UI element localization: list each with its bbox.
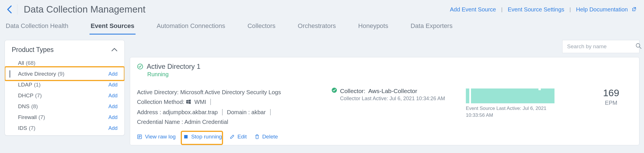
tab-data-collection-health[interactable]: Data Collection Health xyxy=(5,22,69,35)
source-last-active-line2: 10:33:56 AM xyxy=(466,112,560,119)
sidebar-item-count: (7) xyxy=(35,92,42,99)
epm-column: 169 EPM xyxy=(591,87,631,106)
back-button[interactable] xyxy=(7,5,12,14)
divider xyxy=(222,109,222,115)
sidebar-item-label: Active Directory xyxy=(18,71,56,77)
collapse-icon[interactable] xyxy=(111,47,118,53)
collection-method-label: Collection Method: xyxy=(137,99,184,105)
sidebar-item-label: DNS xyxy=(18,103,29,110)
epm-value: 169 xyxy=(591,87,631,98)
credential-value: Admin Credential xyxy=(184,119,228,125)
sidebar-item-count: (7) xyxy=(29,125,35,131)
pencil-icon xyxy=(230,134,234,139)
search-box[interactable] xyxy=(562,40,639,53)
main-panel: Active Directory 1 Running Active Direct… xyxy=(130,40,639,145)
action-label: Delete xyxy=(262,134,278,140)
tab-honeypots[interactable]: Honeypots xyxy=(357,22,389,35)
help-label: Help Documentation xyxy=(576,6,628,13)
stop-icon xyxy=(184,134,188,139)
status-ok-icon xyxy=(137,63,143,70)
divider: | xyxy=(569,6,571,13)
sparkline-chart xyxy=(466,87,554,103)
add-link[interactable]: Add xyxy=(108,104,118,110)
sidebar-item-label: DHCP xyxy=(18,92,33,99)
product-type-list: All (68) Active Directory (9) Add LDAP (… xyxy=(5,58,124,134)
sidebar-item-dhcp[interactable]: DHCP (7) Add xyxy=(5,90,124,101)
trash-icon xyxy=(255,134,259,139)
divider xyxy=(270,109,271,115)
view-raw-log-button[interactable]: View raw log xyxy=(137,134,176,140)
card-actions: View raw log Stop running Edit xyxy=(137,134,631,140)
tab-orchestrators[interactable]: Orchestrators xyxy=(297,22,337,35)
event-source-card: Active Directory 1 Running Active Direct… xyxy=(130,57,639,145)
add-event-source-link[interactable]: Add Event Source xyxy=(450,6,496,13)
source-description: Active Directory: Microsoft Active Direc… xyxy=(137,87,320,97)
sidebar-item-dns[interactable]: DNS (8) Add xyxy=(5,101,124,112)
svg-line-1 xyxy=(639,47,641,49)
sidebar-item-label: Firewall xyxy=(18,114,37,120)
add-link[interactable]: Add xyxy=(108,71,118,77)
add-link[interactable]: Add xyxy=(108,114,118,120)
action-label: Stop running xyxy=(191,134,222,140)
tab-data-exporters[interactable]: Data Exporters xyxy=(410,22,454,35)
sidebar-item-label: IDS xyxy=(18,125,27,131)
sidebar-item-count: (8) xyxy=(31,103,38,110)
epm-label: EPM xyxy=(591,100,631,106)
sidebar-item-ldap[interactable]: LDAP (1) Add xyxy=(5,79,124,90)
check-circle-icon xyxy=(331,87,337,94)
delete-button[interactable]: Delete xyxy=(255,134,278,140)
log-icon xyxy=(137,134,142,139)
sidebar-item-label: LDAP xyxy=(18,82,32,88)
add-link[interactable]: Add xyxy=(108,93,118,99)
collector-label: Collector: xyxy=(340,88,365,94)
domain-label: Domain : xyxy=(227,109,250,115)
status-running: Running xyxy=(147,71,631,78)
tab-bar: Data Collection Health Event Sources Aut… xyxy=(0,17,644,35)
sidebar-item-vpn[interactable]: VPN (0) Add xyxy=(5,134,124,134)
action-label: View raw log xyxy=(145,134,176,140)
page-header: Data Collection Management Add Event Sou… xyxy=(0,0,644,17)
source-last-active-line1: Event Source Last Active: Jul 6, 2021 xyxy=(466,105,560,112)
sidebar-item-ids[interactable]: IDS (7) Add xyxy=(5,123,124,134)
collector-last-active: Collector Last Active: Jul 6, 2021 10:34… xyxy=(340,96,454,102)
divider xyxy=(210,99,211,105)
sidebar-item-firewall[interactable]: Firewall (7) Add xyxy=(5,112,124,123)
sidebar-item-active-directory[interactable]: Active Directory (9) Add xyxy=(5,69,124,79)
sidebar-item-label: All xyxy=(18,60,24,66)
event-source-settings-link[interactable]: Event Source Settings xyxy=(508,6,564,13)
sidebar-item-all[interactable]: All (68) xyxy=(5,58,124,69)
sidebar-item-count: (9) xyxy=(58,71,64,77)
domain-value: akbar xyxy=(251,109,266,115)
divider: | xyxy=(501,6,502,13)
credential-label: Credential Name : xyxy=(137,119,183,125)
divider xyxy=(17,4,17,15)
address-value: adjumpbox.akbar.trap xyxy=(163,109,218,115)
windows-icon xyxy=(186,98,191,107)
header-links: Add Event Source | Event Source Settings… xyxy=(450,6,637,13)
add-link[interactable]: Add xyxy=(108,82,118,88)
add-link[interactable]: Add xyxy=(108,125,118,131)
help-documentation-link[interactable]: Help Documentation xyxy=(576,6,637,13)
address-label: Address : xyxy=(137,109,161,115)
sidebar-item-count: (1) xyxy=(34,82,41,88)
page-title: Data Collection Management xyxy=(24,4,146,15)
sidebar-item-count: (7) xyxy=(38,114,45,120)
sidebar-item-count: (68) xyxy=(26,60,35,66)
product-types-panel: Product Types All (68) Active Directory … xyxy=(5,40,125,136)
svg-point-0 xyxy=(636,43,640,47)
sparkline-column: Event Source Last Active: Jul 6, 2021 10… xyxy=(466,87,560,119)
tab-collectors[interactable]: Collectors xyxy=(246,22,277,35)
details-column: Active Directory: Microsoft Active Direc… xyxy=(137,87,320,127)
tab-automation-connections[interactable]: Automation Connections xyxy=(156,22,226,35)
sidebar-title: Product Types xyxy=(12,46,54,54)
tab-event-sources[interactable]: Event Sources xyxy=(90,22,136,35)
search-input[interactable] xyxy=(567,43,635,50)
search-icon xyxy=(635,43,642,51)
collection-method-value: WMI xyxy=(194,99,206,105)
card-title: Active Directory 1 xyxy=(147,63,200,71)
collector-name: Aws-Lab-Collector xyxy=(368,88,417,94)
edit-button[interactable]: Edit xyxy=(230,134,247,140)
svg-rect-8 xyxy=(184,135,188,138)
action-label: Edit xyxy=(237,134,247,140)
stop-running-button[interactable]: Stop running xyxy=(184,134,222,140)
